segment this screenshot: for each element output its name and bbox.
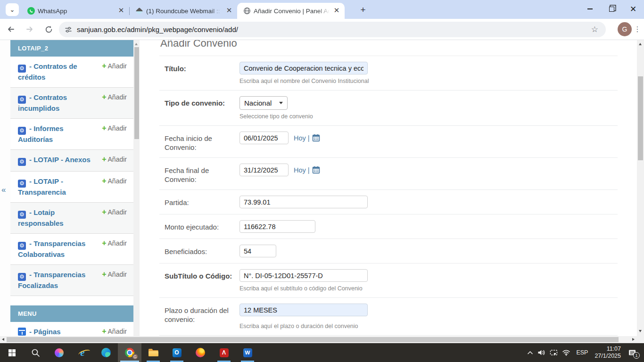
browser-tab[interactable]: WhatsApp✕ [22,3,129,19]
site-settings-icon[interactable] [65,26,72,33]
sidebar-collapse-button[interactable]: « [1,185,6,195]
input-titulo[interactable] [239,62,368,74]
volume-icon[interactable] [537,349,545,356]
tab-search-button[interactable]: ⌄ [6,3,19,16]
taskbar-outlook-button[interactable] [165,343,189,362]
tray-chevron-up-icon[interactable] [527,351,533,355]
sidebar-item[interactable]: - Páginas+Añadir [10,322,133,336]
sidebar-item[interactable]: - Contratos de créditos+Añadir [10,57,133,88]
new-tab-button[interactable]: + [357,5,369,16]
notification-count-badge: 1 [633,352,640,359]
gear-icon [18,273,26,281]
tab-close-icon[interactable]: ✕ [117,7,125,15]
language-indicator[interactable]: ESP [576,349,588,356]
input-fecha_final[interactable] [239,164,289,176]
sidebar-item[interactable]: - Lotaip responsables+Añadir [10,203,133,234]
scroll-down-arrow[interactable] [639,330,642,332]
input-subtitulo[interactable] [239,269,368,282]
connect-display-icon[interactable] [550,349,558,356]
today-link[interactable]: Hoy | [294,134,310,142]
calendar-icon[interactable] [312,134,320,142]
gear-icon [18,65,26,73]
tab-title: (1) Roundcube Webmail :: Entra [146,8,222,15]
select-tipo[interactable]: Nacional [239,96,288,110]
selected-option: Nacional [244,99,276,107]
add-link[interactable]: +Añadir [102,61,127,71]
add-link[interactable]: +Añadir [102,327,127,336]
page-vertical-scrollbar[interactable] [637,40,644,336]
reload-button[interactable] [41,21,57,37]
taskbar-acrobat-button[interactable] [212,343,236,362]
sidebar-item[interactable]: - LOTAIP - Transparencia+Añadir [10,172,133,203]
add-link[interactable]: +Añadir [102,270,127,279]
gear-icon [18,158,26,166]
clock[interactable]: 11:07 27/1/2025 [594,346,621,360]
back-button[interactable] [3,21,19,37]
taskbar-edge-button[interactable] [94,343,118,362]
input-partida[interactable] [239,196,368,208]
profile-avatar[interactable]: G [618,22,632,36]
sidebar-scroll-thumb[interactable] [134,47,139,139]
internet-explorer-icon [80,347,84,359]
notification-center-icon[interactable]: 1 [628,349,636,356]
sidebar-item[interactable]: - LOTAIP - Anexos+Añadir [10,150,133,172]
bookmark-star-icon[interactable]: ☆ [591,25,598,34]
vertical-scroll-thumb[interactable] [638,76,643,160]
form-row: Partida: [159,190,618,214]
plus-icon: + [102,270,106,278]
add-link[interactable]: +Añadir [102,155,127,164]
taskbar-start-button[interactable] [0,343,24,362]
scroll-left-arrow[interactable] [2,338,4,341]
browser-tab[interactable]: (1) Roundcube Webmail :: Entra✕ [130,3,237,19]
url-text[interactable]: sanjuan.gob.ec/admin/pkg_webpage/conveni… [77,25,591,33]
input-monto[interactable] [239,220,315,233]
add-link[interactable]: +Añadir [102,92,127,102]
window-close-button[interactable]: ✕ [622,0,644,18]
forward-button[interactable] [22,21,38,37]
window-restore-button[interactable] [601,0,622,18]
add-link[interactable]: +Añadir [102,239,127,248]
horizontal-scroll-thumb[interactable] [7,337,619,342]
page-horizontal-scrollbar[interactable] [0,336,644,343]
sidebar-scroll-up-arrow[interactable] [135,43,138,45]
browser-menu-button[interactable]: ⋮ [633,22,642,36]
gear-icon [18,242,26,250]
plus-icon: + [102,177,106,185]
taskbar-copilot-button[interactable] [47,343,71,362]
form-row: SubTítulo o Código:Escriba aquí el subtí… [159,263,618,298]
section-header: LOTAIP_2 [10,40,133,57]
scroll-right-arrow[interactable] [632,338,635,341]
tray-time: 11:07 [594,346,621,353]
address-bar[interactable]: sanjuan.gob.ec/admin/pkg_webpage/conveni… [59,22,606,37]
taskbar-internet-explorer-button[interactable] [71,343,94,362]
sidebar-scrollbar[interactable] [133,40,140,336]
add-link[interactable]: +Añadir [102,207,127,217]
taskbar-firefox-button[interactable] [189,343,212,362]
tab-close-icon[interactable]: ✕ [332,7,341,15]
taskbar-file-explorer-button[interactable] [141,343,165,362]
taskbar-search-button[interactable] [24,343,47,362]
input-plazo[interactable] [239,304,368,316]
sidebar-item[interactable]: - Informes Auditorías+Añadir [10,119,133,150]
sidebar-item[interactable]: - Transparencias Focalizadas+Añadir [10,265,133,296]
wifi-icon[interactable] [562,349,570,356]
input-fecha_inicio[interactable] [239,132,289,144]
taskbar-chrome-button[interactable]: G [118,343,141,362]
taskbar-word-button[interactable] [236,343,259,362]
browser-tab-strip: ⌄ WhatsApp✕(1) Roundcube Webmail :: Entr… [0,0,644,19]
browser-tab[interactable]: Añadir Convenio | Panel Admin✕ [237,3,345,19]
tab-close-icon[interactable]: ✕ [225,7,233,15]
sidebar-item[interactable]: - Transparencias Colaborativas+Añadir [10,234,133,265]
scroll-up-arrow[interactable] [639,43,642,45]
calendar-icon[interactable] [312,166,320,174]
field-label-tipo: Tipo de convenio: [165,96,239,120]
sidebar-item[interactable]: - Contratos incumplidos+Añadir [10,88,133,119]
roundcube-icon [135,7,143,15]
main-form-area: Añadir Convenio Título:Escriba aquí el n… [140,40,637,336]
section-title: MENU [18,310,37,317]
add-link[interactable]: +Añadir [102,176,127,186]
today-link[interactable]: Hoy | [294,166,310,174]
add-link[interactable]: +Añadir [102,123,127,133]
input-beneficiados[interactable] [239,245,276,257]
window-minimize-button[interactable] [579,0,601,18]
